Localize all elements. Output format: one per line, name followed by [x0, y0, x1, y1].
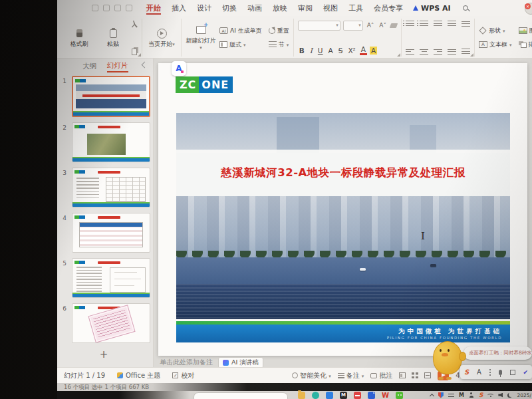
microphone-icon[interactable] — [499, 370, 502, 375]
bullet-list-icon[interactable] — [406, 21, 414, 27]
docs-app-icon[interactable] — [368, 392, 375, 399]
title-band[interactable]: 慈溪新城河32-A地块一标段静载异常及处理汇报 — [176, 150, 510, 196]
reset-button[interactable]: 重置 — [269, 27, 289, 35]
m-tray-icon[interactable]: M — [459, 392, 464, 398]
slide-thumbnail-4[interactable]: 4 — [57, 213, 150, 253]
night-mode-icon[interactable] — [507, 393, 512, 398]
start-from-page-button[interactable]: 当页开始 — [146, 27, 177, 48]
italic-button[interactable]: I — [309, 46, 314, 55]
tab-slideshow[interactable]: 放映 — [268, 1, 292, 15]
tray-clock[interactable]: 2025/ — [517, 392, 531, 398]
indent-increase-icon[interactable] — [448, 21, 456, 27]
bubble-close-icon[interactable]: ✕ — [525, 3, 531, 9]
grow-font-button[interactable]: A˄ — [366, 23, 376, 29]
underline-button[interactable]: U — [317, 46, 325, 55]
slide-thumbnail-2[interactable]: 2 — [57, 122, 150, 162]
tab-wps-ai[interactable]: WPS AI — [409, 4, 455, 13]
justify-icon[interactable] — [448, 49, 456, 55]
wps-writer-icon[interactable] — [382, 392, 389, 399]
slide-thumbnail-1[interactable]: 1 — [57, 76, 150, 117]
numbered-list-icon[interactable] — [420, 21, 428, 27]
clear-format-icon[interactable] — [390, 23, 398, 28]
wps-ai-assistant-button[interactable]: A — [172, 61, 186, 76]
line-spacing-icon[interactable] — [462, 49, 470, 55]
shrink-font-button[interactable]: A˅ — [378, 23, 388, 29]
slide-title[interactable]: 慈溪新城河32-A地块一标段静载异常及处理汇报 — [221, 166, 466, 180]
format-painter-button[interactable]: 格式刷 — [64, 27, 94, 48]
current-slide[interactable]: ZCONE 慈溪新城河32-A地块一标段静载异常及处理汇报 — [158, 63, 527, 356]
ai-single-page-button[interactable]: AI 生成单页 — [219, 27, 262, 35]
check-icon[interactable]: ✔ — [523, 369, 528, 376]
tab-insert[interactable]: 插入 — [167, 1, 191, 15]
beautify-button[interactable]: 智能美化 — [292, 371, 331, 380]
app-icon[interactable] — [326, 392, 333, 399]
slide-thumbnail-5[interactable]: 5 — [57, 258, 150, 298]
textbox-button[interactable]: 文本框 — [479, 41, 512, 49]
theme-button[interactable]: Office 主题 — [117, 371, 160, 380]
highlight-button[interactable]: A — [370, 47, 377, 55]
align-center-icon[interactable] — [420, 49, 428, 55]
slide-thumbnail-6[interactable]: 6 — [57, 303, 150, 343]
tab-animation[interactable]: 动画 — [243, 1, 267, 15]
print-icon[interactable] — [103, 5, 110, 11]
window-tool-icon[interactable] — [510, 370, 515, 375]
notes-placeholder[interactable]: 单击此处添加备注 — [160, 358, 213, 367]
paragraph-dialog-launcher[interactable] — [470, 53, 473, 57]
notes-button[interactable]: 备注 — [338, 371, 364, 380]
proofread-button[interactable]: 校对 — [172, 371, 194, 380]
redo-icon[interactable] — [126, 5, 132, 11]
wechat-icon[interactable] — [396, 392, 403, 399]
save-icon[interactable] — [92, 5, 98, 11]
security-tray-icon[interactable] — [438, 392, 444, 398]
file-explorer-icon[interactable] — [298, 392, 305, 399]
font-size-combo[interactable] — [343, 21, 363, 31]
contacts-tray-icon[interactable] — [469, 392, 474, 398]
tab-view[interactable]: 视图 — [319, 1, 342, 15]
align-right-icon[interactable] — [434, 49, 442, 55]
strikethrough-button[interactable]: S — [337, 46, 344, 55]
font-dialog-launcher[interactable] — [397, 53, 400, 57]
volume-muted-icon[interactable] — [498, 393, 503, 398]
superscript-button[interactable]: X² — [346, 46, 356, 55]
undo-icon[interactable] — [114, 5, 121, 11]
wps-logo-icon[interactable]: S — [464, 368, 469, 376]
tray-expand-icon[interactable] — [430, 393, 434, 398]
text-direction-icon[interactable] — [462, 21, 470, 27]
slide-thumbnail-3[interactable]: 3 — [57, 168, 150, 207]
tab-slides[interactable]: 幻灯片 — [107, 61, 128, 72]
bold-button[interactable]: B — [298, 46, 306, 55]
arrange-button[interactable]: 排列 — [519, 41, 532, 49]
text-tool-icon[interactable]: A — [477, 368, 481, 376]
new-slide-button[interactable]: 新建幻灯片 — [186, 24, 216, 51]
browser-icon[interactable] — [312, 392, 319, 399]
normal-view-icon[interactable] — [399, 372, 406, 378]
font-color-button[interactable]: A — [360, 46, 367, 55]
tab-review[interactable]: 审阅 — [293, 1, 317, 15]
ai-script-button[interactable]: AI 演讲稿 — [218, 357, 263, 368]
sync-tray-icon[interactable] — [448, 393, 454, 398]
shapes-button[interactable]: 形状 — [479, 27, 512, 35]
search-icon[interactable] — [463, 5, 468, 11]
font-family-combo[interactable] — [298, 21, 340, 31]
indent-decrease-icon[interactable] — [434, 21, 442, 27]
tab-membership[interactable]: 会员专享 — [369, 1, 408, 15]
paste-button[interactable]: 粘贴 — [98, 27, 128, 48]
layout-button[interactable]: 版式 — [219, 41, 262, 49]
tab-tools[interactable]: 工具 — [344, 1, 368, 15]
reading-view-icon[interactable] — [424, 372, 431, 378]
copy-icon[interactable] — [132, 49, 137, 55]
cut-icon[interactable] — [132, 21, 138, 28]
tab-design[interactable]: 设计 — [192, 1, 216, 15]
wps-tray-icon[interactable]: S — [479, 392, 483, 398]
picture-button[interactable]: 图片 — [519, 27, 532, 35]
section-button[interactable]: 节 — [269, 41, 289, 49]
taskbar-search-box[interactable] — [194, 392, 288, 399]
char-spacing-button[interactable]: A — [327, 46, 334, 55]
comments-button[interactable]: 批注 — [370, 371, 392, 380]
align-left-icon[interactable] — [406, 49, 414, 55]
clipboard-dialog-launcher[interactable] — [138, 53, 141, 57]
mail-app-icon[interactable] — [354, 392, 361, 399]
m-app-icon[interactable] — [340, 392, 347, 399]
tab-home[interactable]: 开始 — [142, 1, 166, 15]
tab-outline[interactable]: 大纲 — [82, 62, 96, 71]
